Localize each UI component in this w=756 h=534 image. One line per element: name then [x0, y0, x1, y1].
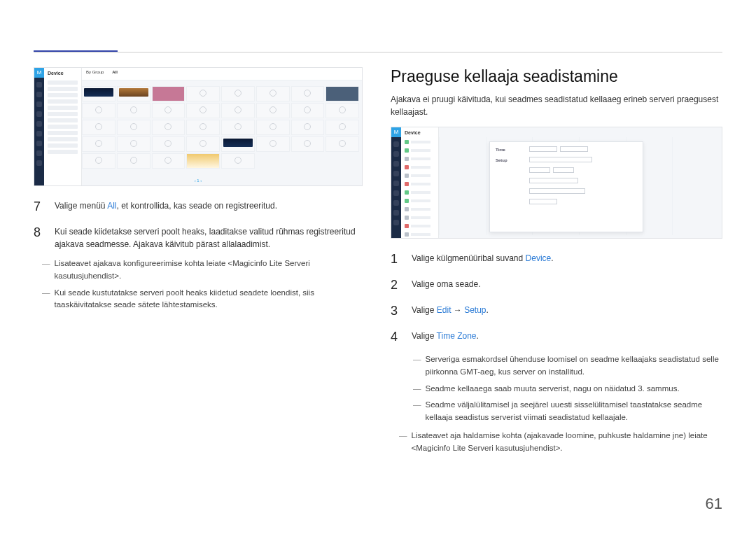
app-logo-icon: M — [34, 68, 44, 78]
step-number: 2 — [391, 276, 402, 295]
note-text: Kui seade kustutatakse serveri poolt hea… — [55, 287, 363, 312]
setup-link: Setup — [464, 305, 486, 315]
page-number: 61 — [706, 495, 722, 513]
right-subnotes: ―Serveriga esmakordsel ühenduse loomisel… — [391, 353, 722, 424]
device-link: Device — [526, 253, 552, 263]
step-4: 4 Valige Time Zone. — [391, 328, 722, 346]
note-text: Lisateavet ajakava konfigureerimise koht… — [55, 258, 363, 283]
step-1: 1 Valige külgmenüüribal suvand Device. — [391, 250, 722, 269]
subnote-text: Seadme väljalülitamisel ja seejärel uues… — [426, 399, 723, 424]
step-7: 7 Valige menüü All, et kontrollida, kas … — [34, 197, 363, 216]
modal-row-label: Time — [496, 148, 524, 152]
pager: ‹ 1 › — [195, 178, 202, 183]
panel-title: Device — [401, 127, 438, 138]
subnote-text: Serveriga esmakordsel ühenduse loomisel … — [426, 353, 723, 379]
step-text: Valige oma seade. — [412, 276, 722, 295]
menu-all-link: All — [107, 201, 116, 211]
step-text: Valige menüü All, et kontrollida, kas se… — [55, 197, 363, 216]
screenshot-device-grid: M Device By Group All — [34, 67, 363, 186]
screenshot-timezone-modal: M Device — [391, 127, 722, 239]
left-column: M Device By Group All — [34, 67, 363, 459]
step-8: 8 Kui seade kiidetakse serveri poolt hea… — [34, 223, 363, 251]
step-text: Valige Time Zone. — [412, 328, 722, 346]
timezone-link: Time Zone — [437, 331, 477, 341]
modal-row-label: Setup — [496, 158, 524, 162]
edit-link: Edit — [437, 305, 451, 315]
left-notes: ―Lisateavet ajakava konfigureerimise koh… — [34, 258, 363, 311]
app-nav-rail: M — [34, 68, 44, 185]
tab-by-group: By Group — [86, 70, 104, 78]
finalnote-text: Lisateavet aja haldamise kohta (ajakavad… — [412, 430, 723, 455]
app-nav-rail: M — [391, 127, 401, 238]
app-logo-icon: M — [391, 127, 401, 137]
device-grid — [82, 86, 359, 169]
device-list-panel: Device — [401, 127, 439, 238]
subnote-text: Seadme kellaaega saab muuta serverist, n… — [426, 383, 680, 395]
horizontal-rule — [34, 52, 722, 52]
step-text: Valige külgmenüüribal suvand Device. — [412, 250, 722, 269]
step-number: 7 — [34, 197, 45, 216]
step-3: 3 Valige Edit → Setup. — [391, 302, 722, 321]
step-number: 8 — [34, 223, 45, 251]
step-number: 3 — [391, 302, 402, 321]
step-2: 2 Valige oma seade. — [391, 276, 722, 295]
right-finalnote: ―Lisateavet aja haldamise kohta (ajakava… — [391, 430, 722, 455]
device-tree-panel: Device — [44, 68, 82, 185]
step-text: Valige Edit → Setup. — [412, 302, 722, 321]
step-text: Kui seade kiidetakse serveri poolt heaks… — [55, 223, 363, 251]
step-number: 4 — [391, 328, 402, 346]
section-heading: Praeguse kellaaja seadistamine — [391, 67, 722, 86]
tab-bar: By Group All — [82, 68, 362, 80]
tab-all: All — [112, 70, 118, 78]
setup-modal: Time Setup — [489, 141, 643, 232]
section-intro: Ajakava ei pruugi käivituda, kui seadmes… — [391, 93, 722, 118]
right-column: Praeguse kellaaja seadistamine Ajakava e… — [391, 67, 722, 459]
step-number: 1 — [391, 250, 402, 269]
panel-title: Device — [44, 68, 81, 78]
